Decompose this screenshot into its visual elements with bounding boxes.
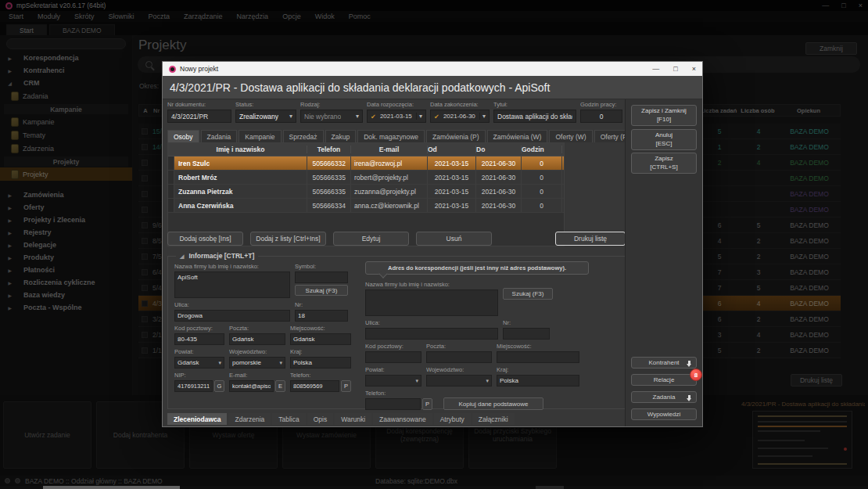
person-row[interactable]: Robert Mróz 505666335 robert@projekty.pl… (168, 171, 564, 185)
wypowiedzi-button[interactable]: Wypowiedzi (631, 408, 697, 420)
document-number-input[interactable] (167, 110, 231, 123)
search-contractor-button[interactable]: Szukaj (F3) (295, 285, 348, 296)
person-phone: 505666332 (307, 156, 351, 170)
street-input[interactable] (174, 310, 290, 322)
add-person-button[interactable]: Dodaj osobę [Ins] (167, 232, 243, 246)
company-name-input[interactable]: ApiSoft (174, 271, 290, 298)
corr-phone-input[interactable] (365, 398, 421, 410)
cancel-button[interactable]: Anuluj[ESC] (631, 129, 697, 150)
corr-post-input[interactable] (426, 351, 492, 363)
work-hours-input[interactable] (580, 110, 622, 123)
edit-person-button[interactable]: Edytuj (333, 232, 409, 246)
kontrahent-button[interactable]: Kontrahent (631, 357, 697, 369)
copy-base-data-button[interactable]: Kopiuj dane podstawowe (443, 397, 543, 410)
company-name-label: Nazwa firmy lub imię i nazwisko: (174, 263, 290, 270)
status-label: Status: (235, 101, 296, 108)
province-select[interactable]: pomorskie (229, 357, 285, 369)
remove-person-button[interactable]: Usuń (416, 232, 492, 246)
hours-column-header: Godzin (522, 146, 562, 153)
email-input[interactable] (229, 380, 274, 392)
corr-country-input[interactable] (497, 375, 579, 387)
corr-district-select[interactable] (365, 375, 421, 387)
district-select[interactable]: Gdańsk (174, 357, 224, 369)
dialog-tab[interactable]: Osoby (167, 130, 199, 142)
dialog-tab[interactable]: Sprzedaż (283, 130, 324, 142)
person-row[interactable]: Zuzanna Pietrzak 505666335 zuzanna@proje… (168, 185, 564, 199)
dialog-bottom-tab[interactable]: Warunki (335, 413, 371, 425)
country-input[interactable] (290, 357, 351, 369)
person-phone: 505666335 (307, 185, 351, 198)
phone-input[interactable] (290, 380, 339, 392)
city-input[interactable] (290, 333, 351, 345)
person-email: robert@projekty.pl (351, 171, 428, 184)
save-button[interactable]: Zapisz[CTRL+S] (631, 153, 697, 174)
corr-city-input[interactable] (497, 351, 579, 363)
person-row[interactable]: Anna Czerwińska 505666334 anna.cz@kierow… (168, 199, 564, 213)
dialog-minimize-button[interactable]: — (652, 65, 659, 73)
person-email: anna.cz@kierownik.pl (351, 199, 428, 212)
row-selector[interactable] (168, 171, 174, 184)
info-section-legend[interactable]: Informacje [CTRL+T] (176, 252, 258, 260)
type-select[interactable]: Nie wybrano (300, 110, 363, 123)
corr-zip-input[interactable] (365, 351, 421, 363)
dialog-tab[interactable]: Kampanie (239, 130, 281, 142)
save-and-close-button[interactable]: Zapisz i Zamknij[F10] (631, 105, 697, 126)
dialog-bottom-tab[interactable]: Zaawansowane (373, 413, 432, 425)
correspondence-address-form: Adres do korespondencji (jeśli jest inny… (365, 261, 589, 413)
call-phone-button[interactable]: P (341, 380, 351, 392)
dialog-tab[interactable]: Zamówienia (P) (426, 130, 486, 142)
dialog-tab[interactable]: Dok. magazynowe (357, 130, 425, 142)
add-from-list-button[interactable]: Dodaj z listy [Ctrl+Ins] (250, 232, 326, 246)
house-number-input[interactable] (295, 310, 348, 322)
checkbox-checked-icon[interactable] (434, 113, 439, 120)
dialog-tab[interactable]: Zadania (201, 130, 238, 142)
search-corr-contractor-button[interactable]: Szukaj (F3) (503, 288, 553, 300)
dialog-bottom-tab[interactable]: Tablica (272, 413, 305, 425)
dialog-tab[interactable]: Oferty (W) (549, 130, 592, 142)
title-input[interactable] (493, 110, 576, 123)
dialog-close-button[interactable]: × (692, 65, 696, 73)
post-input[interactable] (229, 333, 285, 345)
dialog-bottom-tab[interactable]: Załączniki (472, 413, 515, 425)
person-to-date: 2021-06-30 (476, 185, 522, 198)
correspondence-callout: Adres do korespondencji (jeśli jest inny… (365, 261, 589, 275)
row-selector[interactable] (168, 185, 174, 198)
corr-house-number-input[interactable] (503, 328, 550, 340)
send-email-button[interactable]: E (275, 380, 285, 392)
person-to-date: 2021-06-30 (476, 199, 522, 212)
app-window: mpSekretariat v20.6.17 (64bit) — □ × Sta… (0, 0, 868, 489)
dialog-bottom-tab[interactable]: Zleceniodawca (167, 413, 227, 425)
start-date-picker[interactable]: 2021-03-15 (367, 110, 426, 123)
print-people-button[interactable]: Drukuj listę (555, 232, 626, 246)
person-row[interactable]: Iren Szulc 505666332 irena@rozwoj.pl 202… (168, 156, 564, 171)
zip-input[interactable] (174, 333, 224, 345)
type-label: Rodzaj: (300, 101, 363, 108)
checkbox-checked-icon[interactable] (371, 113, 376, 120)
country-label: Kraj: (497, 366, 579, 373)
person-phone: 505666334 (307, 199, 351, 212)
nip-input[interactable] (174, 380, 213, 392)
dialog-bottom-tab[interactable]: Opis (307, 413, 333, 425)
person-name: Anna Czerwińska (174, 199, 307, 212)
call-phone-button[interactable]: P (422, 398, 432, 410)
dialog-bottom-tab[interactable]: Atrybuty (434, 413, 471, 425)
row-selector[interactable] (168, 156, 174, 170)
end-date-picker[interactable]: 2021-06-30 (430, 110, 490, 123)
corr-street-input[interactable] (365, 328, 498, 340)
person-hours: 0 (522, 185, 562, 198)
row-selector[interactable] (168, 199, 174, 212)
corr-province-select[interactable] (426, 375, 492, 387)
dialog-bottom-tab[interactable]: Zdarzenia (228, 413, 271, 425)
gus-lookup-button[interactable]: G (214, 380, 224, 392)
work-hours-label: Godzin pracy: (580, 101, 622, 108)
relacje-button[interactable]: Relacje 8 (631, 374, 697, 386)
symbol-input[interactable] (295, 271, 348, 283)
house-number-label: Nr: (295, 301, 348, 308)
dialog-maximize-button[interactable]: □ (673, 65, 677, 73)
status-select[interactable]: Zrealizowany (235, 110, 296, 123)
person-to-date: 2021-06-30 (476, 171, 522, 184)
dialog-tab[interactable]: Zakup (325, 130, 357, 142)
corr-company-name-input[interactable] (365, 289, 498, 316)
zadania-button[interactable]: Zadania (631, 391, 697, 403)
dialog-tab[interactable]: Zamówienia (W) (487, 130, 548, 142)
